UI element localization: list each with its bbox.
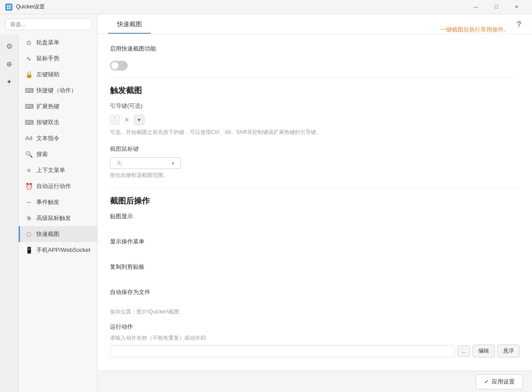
sidebar-item-advanced-mouse[interactable]: 🖱 高级鼠标触发 [19, 210, 97, 226]
capture-mouse-select[interactable]: -无- ▼ [110, 157, 181, 169]
titlebar: Quicker设置 — ☐ ✕ [0, 0, 532, 14]
sidebar-nav: ⊙ 轮盘菜单 ∿ 鼠标手势 🔒 左键辅助 ⌨ 快捷键（动作） ⌨ 扩展热键 [19, 35, 97, 392]
sidebar-item-label: 事件触发 [36, 198, 59, 206]
sidebar-item-label: 快速截图 [36, 230, 59, 238]
sidebar-item-label: 按键双击 [36, 118, 59, 126]
filter-icon[interactable]: ⚙ [2, 39, 16, 53]
sidebar-item-label: 轮盘菜单 [36, 39, 59, 47]
lock-icon: 🔒 [25, 71, 33, 78]
sidebar-item-phone-app[interactable]: 📱 手机APP/WebSocket [19, 242, 97, 258]
sidebar-item-auto-run[interactable]: ⏰ 自动运行动作 [19, 178, 97, 194]
sidebar-item-label: 快捷键（动作） [36, 86, 77, 94]
help-button[interactable]: ? [516, 16, 521, 34]
svg-rect-2 [7, 7, 9, 9]
divider-2 [110, 188, 520, 188]
event-icon: ↔ [25, 199, 33, 206]
app-icon [5, 4, 12, 11]
apply-label: 应用设置 [492, 378, 515, 386]
svg-rect-1 [9, 5, 11, 7]
divider-1 [110, 78, 520, 78]
action-input[interactable] [110, 345, 455, 357]
hint-text: 一键截图后执行常用操作。 [440, 26, 509, 33]
minimize-button[interactable]: — [466, 0, 486, 14]
capture-mouse-section: 截图鼠标键 -无- ▼ 按住此键框选截图范围。 [110, 145, 520, 179]
capture-mouse-select-row: -无- ▼ [110, 157, 520, 169]
apply-button[interactable]: ✓ 应用设置 [476, 374, 523, 389]
clipboard-setting-row: 复制到剪贴板 [110, 263, 520, 281]
search-input[interactable] [5, 19, 92, 30]
svg-rect-0 [7, 5, 9, 7]
action-input-row: ... 编辑 悬浮 [110, 345, 520, 357]
check-icon: ✓ [484, 378, 489, 385]
leader-key-clear-icon[interactable]: ✕ [121, 114, 132, 125]
enable-section: 启用快速截图功能 [110, 45, 520, 71]
leader-key-dropdown-icon[interactable]: ▼ [134, 114, 145, 125]
paste-setting-row: 贴图显示 [110, 212, 520, 231]
tools-icon[interactable]: ✦ [2, 74, 16, 89]
enable-left: 启用快速截图功能 [110, 45, 156, 71]
menu-icon: ≡ [25, 167, 33, 174]
edit-button[interactable]: 编辑 [473, 345, 495, 357]
sidebar-item-wheel-menu[interactable]: ⊙ 轮盘菜单 [19, 35, 97, 51]
mouse-gesture-icon: ∿ [25, 55, 33, 62]
close-button[interactable]: ✕ [506, 0, 527, 14]
auto-save-setting-row: 自动保存为文件 保存位置：图片\Quicker\截图 [110, 288, 520, 316]
layers-icon[interactable]: ⊕ [2, 57, 16, 71]
sidebar-item-extend-hotkey[interactable]: ⌨ 扩展热键 [19, 98, 97, 114]
menu-label: 显示操作菜单 [110, 238, 520, 246]
sidebar-item-quick-screenshot[interactable]: □ 快速截图 [19, 226, 97, 242]
sidebar-icon-bar: ⚙ ⊕ ✦ [0, 35, 19, 392]
content-header: 快速截图 一键截图后执行常用操作。 ? [98, 14, 532, 34]
action-setting-row: 运行动作 请输入动作名称（不能有重复）或动作ID ... 编辑 悬浮 [110, 323, 520, 357]
auto-save-label: 自动保存为文件 [110, 288, 520, 296]
mouse-icon: 🖱 [25, 215, 33, 222]
maximize-button[interactable]: ☐ [486, 0, 506, 14]
sidebar-item-shortcut[interactable]: ⌨ 快捷键（动作） [19, 82, 97, 98]
sidebar-item-event-trigger[interactable]: ↔ 事件触发 [19, 194, 97, 210]
leader-key-tag: ` [110, 115, 120, 125]
sidebar-item-label: 鼠标手势 [36, 55, 59, 63]
text-icon: Ad [25, 135, 33, 141]
sidebar-item-context-menu[interactable]: ≡ 上下文菜单 [19, 162, 97, 178]
sidebar-item-left-assist[interactable]: 🔒 左键辅助 [19, 67, 97, 82]
leader-key-section: 引导键(可选) ` ✕ ▼ 可选。开始截图之前先按下的键，可以使用Ctrl、Al… [110, 102, 520, 136]
leader-key-hint: 可选。开始截图之前先按下的键，可以使用Ctrl、Alt、Shift等控制键或扩展… [110, 129, 520, 136]
sidebar-item-label: 搜索 [36, 150, 48, 158]
search-icon: 🔍 [25, 151, 33, 158]
save-path-hint: 保存位置：图片\Quicker\截图 [110, 308, 520, 316]
paste-label: 贴图显示 [110, 212, 520, 220]
enable-label: 启用快速截图功能 [110, 45, 156, 53]
bottom-bar: ✓ 应用设置 [98, 371, 532, 392]
sidebar-item-double-key[interactable]: ⌨ 按键双击 [19, 114, 97, 130]
leader-key-label: 引导键(可选) [110, 102, 520, 110]
capture-mouse-value: -无- [116, 160, 123, 166]
capture-mouse-label: 截图鼠标键 [110, 145, 520, 153]
sidebar-item-label: 自动运行动作 [36, 182, 71, 190]
leader-key-row: ` ✕ ▼ [110, 114, 520, 125]
main-layout: ⚙ ⊕ ✦ ⊙ 轮盘菜单 ∿ 鼠标手势 🔒 左键辅助 ⌨ [0, 14, 532, 392]
content-panel: 快速截图 一键截图后执行常用操作。 ? 启用快速截图功能 [98, 14, 532, 392]
sidebar-item-label: 扩展热键 [36, 102, 59, 110]
trigger-section-title: 触发截图 [110, 85, 520, 96]
dots-button[interactable]: ... [458, 345, 470, 357]
sidebar-item-search[interactable]: 🔍 搜索 [19, 146, 97, 162]
sidebar-search-container [0, 14, 97, 35]
clipboard-label: 复制到剪贴板 [110, 263, 520, 271]
toggle-slider [110, 61, 128, 71]
tab-quick-screenshot[interactable]: 快速截图 [108, 14, 151, 34]
sidebar-item-text-cmd[interactable]: Ad 文本指令 [19, 130, 97, 146]
sidebar: ⚙ ⊕ ✦ ⊙ 轮盘菜单 ∿ 鼠标手势 🔒 左键辅助 ⌨ [0, 14, 98, 392]
sidebar-item-mouse-gesture[interactable]: ∿ 鼠标手势 [19, 51, 97, 67]
enable-toggle[interactable] [110, 61, 128, 71]
sidebar-item-label: 高级鼠标触发 [36, 214, 71, 222]
sidebar-left-panel: ⚙ ⊕ ✦ ⊙ 轮盘菜单 ∿ 鼠标手势 🔒 左键辅助 ⌨ [0, 35, 97, 392]
sidebar-item-label: 手机APP/WebSocket [36, 246, 90, 254]
tab-bar: 快速截图 [108, 14, 151, 34]
float-button[interactable]: 悬浮 [497, 345, 520, 357]
phone-icon: 📱 [25, 247, 33, 254]
wheel-menu-icon: ⊙ [25, 39, 33, 46]
window-title: Quicker设置 [16, 3, 466, 11]
keyboard-icon: ⌨ [25, 87, 33, 94]
action-placeholder-hint: 请输入动作名称（不能有重复）或动作ID [110, 334, 520, 342]
header-hint: 一键截图后执行常用操作。 [151, 26, 509, 34]
